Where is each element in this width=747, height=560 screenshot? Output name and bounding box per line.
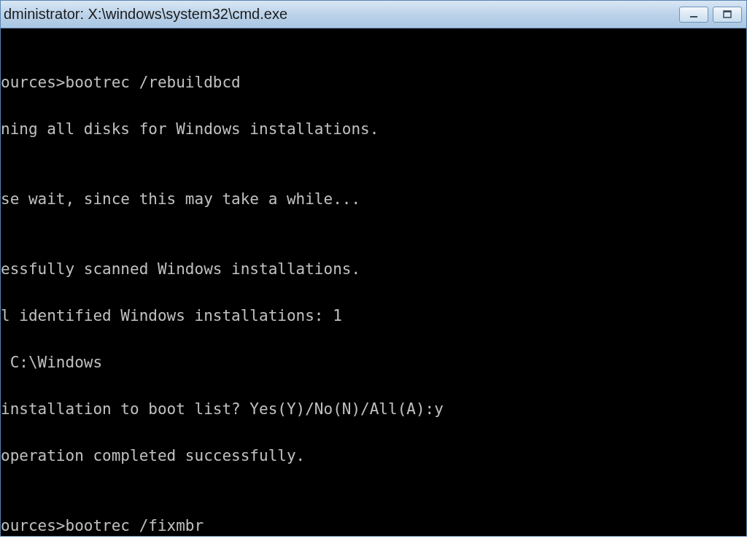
minimize-icon: [689, 9, 699, 20]
terminal-line: essfully scanned Windows installations.: [1, 257, 746, 281]
maximize-icon: [722, 9, 732, 20]
maximize-button[interactable]: [713, 7, 742, 23]
terminal-line: ning all disks for Windows installations…: [1, 117, 746, 141]
titlebar[interactable]: dministrator: X:\windows\system32\cmd.ex…: [1, 1, 746, 28]
terminal-line: installation to boot list? Yes(Y)/No(N)/…: [1, 397, 746, 421]
terminal-output[interactable]: ources>bootrec /rebuildbcd ning all disk…: [1, 28, 746, 536]
window-title: dministrator: X:\windows\system32\cmd.ex…: [1, 6, 679, 23]
terminal-line: C:\Windows: [1, 351, 746, 374]
terminal-line: operation completed successfully.: [1, 444, 746, 467]
terminal-line: ources>bootrec /rebuildbcd: [1, 71, 746, 94]
minimize-button[interactable]: [679, 7, 708, 23]
cmd-window: dministrator: X:\windows\system32\cmd.ex…: [0, 0, 747, 537]
window-controls: [679, 7, 742, 23]
terminal-line: se wait, since this may take a while...: [1, 187, 746, 211]
terminal-line: l identified Windows installations: 1: [1, 304, 746, 327]
svg-rect-0: [690, 16, 697, 18]
svg-rect-2: [724, 11, 731, 12]
terminal-line: ources>bootrec /fixmbr: [1, 514, 746, 536]
